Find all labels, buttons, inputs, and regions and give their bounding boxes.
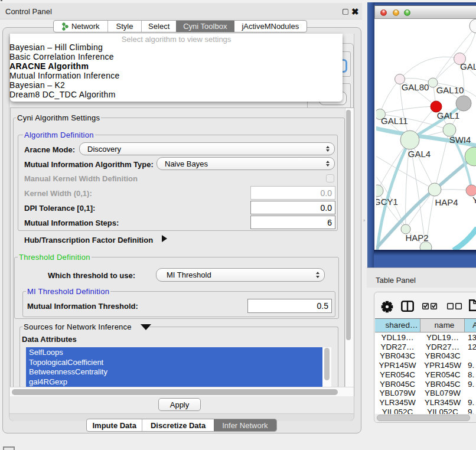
svg-text:GAL10: GAL10 <box>436 85 464 95</box>
svg-text:GAL7: GAL7 <box>460 61 476 71</box>
svg-text:SWI4: SWI4 <box>449 135 471 145</box>
svg-text:HAP4: HAP4 <box>435 197 458 207</box>
svg-text:HAP2: HAP2 <box>405 233 428 243</box>
svg-text:GAL11: GAL11 <box>381 116 408 126</box>
svg-text:Y: Y <box>472 195 476 205</box>
svg-text:GAL4: GAL4 <box>408 149 431 159</box>
svg-text:GAL1: GAL1 <box>437 110 459 120</box>
svg-text:GAL80: GAL80 <box>402 82 429 92</box>
svg-text:GCY1: GCY1 <box>376 197 398 207</box>
